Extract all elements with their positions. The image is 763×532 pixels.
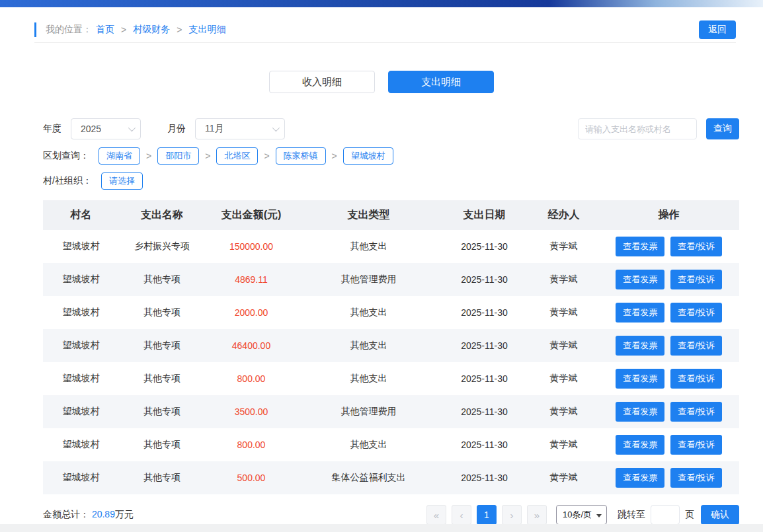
cell-date: 2025-11-30 xyxy=(440,307,529,318)
cell-expense-name: 其他专项 xyxy=(119,472,205,484)
month-label: 月份 xyxy=(167,123,186,135)
breadcrumb-link-village-finance[interactable]: 村级财务 xyxy=(133,24,170,36)
view-invoice-button[interactable]: 查看发票 xyxy=(616,270,664,289)
prev-page-button[interactable]: ‹ xyxy=(452,505,471,525)
view-complaint-button[interactable]: 查看/投诉 xyxy=(670,402,722,422)
cell-village: 望城坡村 xyxy=(43,340,119,352)
cell-date: 2025-11-30 xyxy=(440,473,529,483)
page-size-select[interactable]: 10条/页 xyxy=(556,505,607,525)
year-label: 年度 xyxy=(43,123,61,135)
last-page-button[interactable]: » xyxy=(527,505,547,525)
cell-date: 2025-11-30 xyxy=(440,373,529,384)
region-chip-village[interactable]: 望城坡村 xyxy=(343,147,393,165)
back-button[interactable]: 返回 xyxy=(699,20,736,39)
table-header: 村名 支出名称 支出金额(元) 支出类型 支出日期 经办人 操作 xyxy=(43,200,739,230)
cell-type: 其他支出 xyxy=(298,373,440,385)
cell-date: 2025-11-30 xyxy=(440,274,529,285)
header-amount: 支出金额(元) xyxy=(205,208,298,222)
month-select-value: 11月 xyxy=(205,123,224,135)
view-complaint-button[interactable]: 查看/投诉 xyxy=(670,468,722,488)
breadcrumb-link-expense-detail[interactable]: 支出明细 xyxy=(188,24,225,36)
region-separator: > xyxy=(264,151,269,161)
next-page-button[interactable]: › xyxy=(502,505,522,525)
breadcrumb-separator: > xyxy=(121,24,126,35)
query-button[interactable]: 查询 xyxy=(706,118,739,139)
cell-amount: 2000.00 xyxy=(205,307,298,318)
total-value: 20.89 xyxy=(92,509,115,519)
cell-date: 2025-11-30 xyxy=(440,439,529,450)
view-invoice-button[interactable]: 查看发票 xyxy=(616,402,664,422)
cell-operator: 黄学斌 xyxy=(529,274,598,285)
cell-amount: 46400.00 xyxy=(205,340,298,351)
cell-village: 望城坡村 xyxy=(43,406,119,418)
tab-expense-detail[interactable]: 支出明细 xyxy=(388,71,494,93)
cell-operator: 黄学斌 xyxy=(529,373,598,385)
cell-expense-name: 其他专项 xyxy=(119,373,205,385)
tab-group: 收入明细 支出明细 xyxy=(0,71,763,93)
caret-down-icon xyxy=(596,514,602,517)
view-invoice-button[interactable]: 查看发票 xyxy=(616,303,664,323)
filter-row: 年度 2025 月份 11月 查询 xyxy=(43,118,739,139)
header-actions: 操作 xyxy=(598,208,739,222)
double-chevron-right-icon: » xyxy=(534,510,540,521)
month-select[interactable]: 11月 xyxy=(195,118,285,139)
page-number-button[interactable]: 1 xyxy=(477,505,497,525)
cell-operator: 黄学斌 xyxy=(529,439,598,451)
cell-operator: 黄学斌 xyxy=(529,406,598,418)
region-chip-city[interactable]: 邵阳市 xyxy=(157,147,199,165)
region-chip-province[interactable]: 湖南省 xyxy=(99,147,140,165)
table-footer: 金额总计： 20.89万元 « ‹ 1 › » 10条/页 跳转至 页 确认 xyxy=(43,505,739,525)
cell-operator: 黄学斌 xyxy=(529,307,598,319)
year-select[interactable]: 2025 xyxy=(71,118,141,139)
jump-page-input[interactable] xyxy=(651,505,680,525)
cell-village: 望城坡村 xyxy=(43,373,119,385)
view-invoice-button[interactable]: 查看发票 xyxy=(616,369,664,389)
region-separator: > xyxy=(205,151,210,161)
cell-date: 2025-11-30 xyxy=(440,340,529,351)
search-input[interactable] xyxy=(578,118,697,139)
header-date: 支出日期 xyxy=(440,208,529,222)
total-label: 金额总计： xyxy=(43,509,89,519)
cell-type: 其他支出 xyxy=(298,241,440,252)
view-invoice-button[interactable]: 查看发票 xyxy=(616,468,664,488)
breadcrumb-link-home[interactable]: 首页 xyxy=(96,24,114,36)
cell-amount: 3500.00 xyxy=(205,406,298,417)
cell-village: 望城坡村 xyxy=(43,472,119,484)
cell-expense-name: 其他专项 xyxy=(119,307,205,319)
cell-amount: 800.00 xyxy=(205,373,298,384)
org-label: 村/社组织： xyxy=(43,175,92,187)
org-filter-row: 村/社组织： 请选择 xyxy=(43,172,739,190)
cell-amount: 150000.00 xyxy=(205,241,298,252)
view-complaint-button[interactable]: 查看/投诉 xyxy=(670,336,722,356)
region-separator: > xyxy=(332,151,337,161)
tab-income-detail[interactable]: 收入明细 xyxy=(269,71,375,93)
first-page-button[interactable]: « xyxy=(426,505,446,525)
region-chip-district[interactable]: 北塔区 xyxy=(216,147,258,165)
region-separator: > xyxy=(146,151,151,161)
pagination: « ‹ 1 › » 10条/页 跳转至 页 确认 xyxy=(426,505,739,525)
table-row: 望城坡村乡村振兴专项150000.00其他支出2025-11-30黄学斌查看发票… xyxy=(43,230,739,263)
cell-actions: 查看发票查看/投诉 xyxy=(598,303,739,323)
expense-table: 村名 支出名称 支出金额(元) 支出类型 支出日期 经办人 操作 望城坡村乡村振… xyxy=(43,200,739,494)
cell-actions: 查看发票查看/投诉 xyxy=(598,435,739,455)
chevron-left-icon: ‹ xyxy=(460,510,463,521)
region-chip-town[interactable]: 陈家桥镇 xyxy=(276,147,326,165)
total-unit: 万元 xyxy=(115,509,134,519)
table-row: 望城坡村其他专项500.00集体公益福利支出2025-11-30黄学斌查看发票查… xyxy=(43,461,739,494)
view-complaint-button[interactable]: 查看/投诉 xyxy=(670,369,722,389)
view-complaint-button[interactable]: 查看/投诉 xyxy=(670,237,722,256)
region-label: 区划查询： xyxy=(43,150,89,162)
view-invoice-button[interactable]: 查看发票 xyxy=(616,237,664,256)
cell-operator: 黄学斌 xyxy=(529,340,598,352)
view-complaint-button[interactable]: 查看/投诉 xyxy=(670,303,722,323)
view-complaint-button[interactable]: 查看/投诉 xyxy=(670,270,722,289)
org-select-chip[interactable]: 请选择 xyxy=(101,172,143,190)
view-invoice-button[interactable]: 查看发票 xyxy=(616,435,664,455)
view-invoice-button[interactable]: 查看发票 xyxy=(616,336,664,356)
page-size-value: 10条/页 xyxy=(563,509,592,521)
table-row: 望城坡村其他专项3500.00其他管理费用2025-11-30黄学斌查看发票查看… xyxy=(43,395,739,428)
view-complaint-button[interactable]: 查看/投诉 xyxy=(670,435,722,455)
confirm-button[interactable]: 确认 xyxy=(701,505,739,525)
table-body: 望城坡村乡村振兴专项150000.00其他支出2025-11-30黄学斌查看发票… xyxy=(43,230,739,494)
cell-date: 2025-11-30 xyxy=(440,241,529,252)
